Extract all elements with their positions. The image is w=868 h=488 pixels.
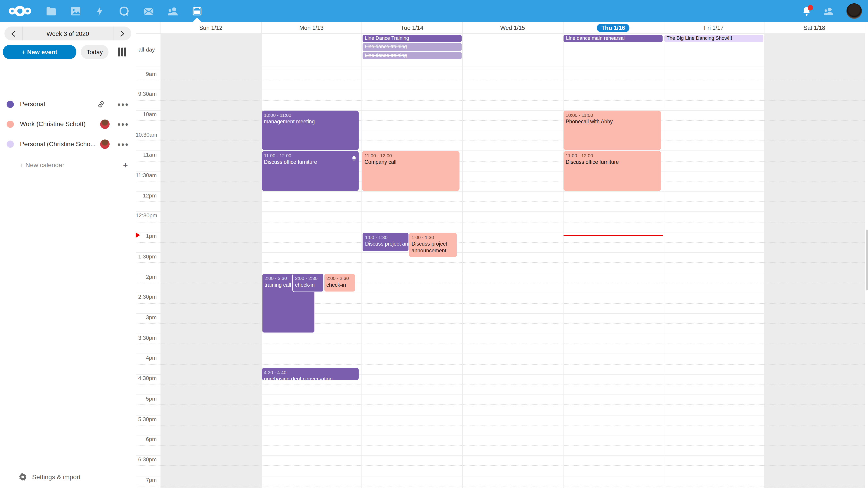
event-time: 4:20 - 4:40 xyxy=(264,369,357,376)
gear-icon xyxy=(19,473,26,481)
grid-hour-line xyxy=(135,232,865,232)
grid-quarter-line xyxy=(135,445,865,446)
day-header[interactable]: Sun 1/12 xyxy=(160,22,261,33)
grid-line xyxy=(135,33,865,34)
event-company-call[interactable]: 11:00 - 12:00Company call xyxy=(362,151,460,191)
talk-app-icon[interactable] xyxy=(113,0,135,22)
event-title: Company call xyxy=(364,159,457,166)
event-title: purchasing dept conversation xyxy=(264,376,357,381)
event-time: 10:00 - 11:00 xyxy=(565,112,658,119)
time-axis-label: 1:30pm xyxy=(135,253,157,259)
allday-event[interactable]: Line Dance Training xyxy=(363,35,462,42)
event-time: 2:00 - 2:30 xyxy=(327,275,352,282)
allday-event[interactable]: Line dance training xyxy=(363,43,462,51)
grid-column-line xyxy=(865,22,865,488)
grid-quarter-line xyxy=(135,161,865,161)
calendar-color-dot xyxy=(6,121,14,128)
day-header[interactable]: Sat 1/18 xyxy=(764,22,865,33)
event-management-meeting[interactable]: 10:00 - 11:00management meeting xyxy=(262,111,359,150)
settings-and-import-button[interactable]: Settings & import xyxy=(0,470,135,484)
today-button[interactable]: Today xyxy=(81,45,108,59)
previous-week-button[interactable] xyxy=(4,27,22,40)
calendar-color-dot xyxy=(6,140,14,148)
grid-quarter-line xyxy=(135,100,865,100)
day-header[interactable]: Mon 1/13 xyxy=(261,22,362,33)
day-header[interactable]: Fri 1/17 xyxy=(663,22,764,33)
contacts-menu-icon[interactable] xyxy=(817,0,839,22)
grid-quarter-line xyxy=(135,120,865,121)
grid-line xyxy=(135,66,865,66)
week-label-button[interactable]: Week 3 of 2020 xyxy=(23,27,113,40)
event-phonecall-with-abby[interactable]: 10:00 - 11:00Phonecall with Abby xyxy=(563,111,661,150)
event-title: check-in xyxy=(327,282,352,288)
new-calendar-label: + New calendar xyxy=(20,162,123,168)
grid-quarter-line xyxy=(135,425,865,425)
grid-hour-line xyxy=(135,212,865,212)
allday-event[interactable]: Line dance main rehearsal xyxy=(564,35,663,42)
time-axis-label: 2:30pm xyxy=(135,294,157,300)
event-time: 11:00 - 12:00 xyxy=(264,153,357,159)
day-header[interactable]: Wed 1/15 xyxy=(462,22,563,33)
calendar-name: Personal xyxy=(20,101,97,107)
user-avatar[interactable] xyxy=(843,0,865,22)
event-check-in[interactable]: 2:00 - 2:30check-in xyxy=(292,273,324,292)
allday-event[interactable]: The Big Line Dancing Show!!! xyxy=(664,35,763,42)
time-axis-label: 3:30pm xyxy=(135,335,157,341)
day-header-today[interactable]: Thu 1/16 xyxy=(563,22,663,33)
grid-quarter-line xyxy=(135,79,865,80)
contacts-app-icon[interactable] xyxy=(162,0,184,22)
calendar-list-item-personal-christine[interactable]: Personal (Christine Scho... ●●● xyxy=(0,134,135,154)
calendar-actions-menu[interactable]: ●●● xyxy=(117,141,129,147)
nextcloud-logo[interactable] xyxy=(6,0,33,22)
time-axis-label: 4pm xyxy=(135,355,157,361)
time-axis-label: 2pm xyxy=(135,273,157,280)
grid-hour-line xyxy=(135,110,865,110)
time-axis-label: 10am xyxy=(135,111,157,117)
next-week-button[interactable] xyxy=(114,27,131,40)
grid-hour-line xyxy=(135,191,865,192)
calendar-actions-menu[interactable]: ●●● xyxy=(117,101,129,107)
day-header[interactable]: Tue 1/14 xyxy=(362,22,462,33)
calendar-color-dot xyxy=(6,100,14,107)
new-calendar-button[interactable]: + New calendar + xyxy=(0,155,135,175)
grid-quarter-line xyxy=(135,201,865,202)
photos-app-icon[interactable] xyxy=(64,0,86,22)
notifications-bell-icon[interactable] xyxy=(796,0,817,22)
screen: Week 3 of 2020 + New event Today Persona… xyxy=(0,0,868,488)
new-event-button[interactable]: + New event xyxy=(3,45,76,59)
vertical-scrollbar[interactable] xyxy=(866,230,868,290)
mail-app-icon[interactable] xyxy=(137,0,159,22)
calendar-actions-menu[interactable]: ●●● xyxy=(117,121,129,127)
event-purchasing-dept-conversation[interactable]: 4:20 - 4:40purchasing dept conversation xyxy=(262,368,359,380)
view-switcher-icon[interactable] xyxy=(118,48,127,57)
event-discuss-office-furniture[interactable]: 11:00 - 12:00Discuss office furniture xyxy=(563,151,661,191)
calendar-list-item-work[interactable]: Work (Christine Schott) ●●● xyxy=(0,114,135,134)
calendar-list-item-personal[interactable]: Personal ●●● xyxy=(0,94,135,114)
active-app-caret xyxy=(193,18,202,22)
sidebar: Week 3 of 2020 + New event Today Persona… xyxy=(0,22,136,488)
allday-event[interactable]: Line dance training xyxy=(363,52,462,59)
calendar-owner-avatar xyxy=(100,119,110,129)
activity-app-icon[interactable] xyxy=(89,0,111,22)
grid-quarter-line xyxy=(135,303,865,303)
event-discuss-office-furniture[interactable]: 11:00 - 12:00Discuss office furniture xyxy=(262,151,359,191)
files-app-icon[interactable] xyxy=(40,0,62,22)
grid-quarter-line xyxy=(135,465,865,466)
grid-quarter-line xyxy=(135,344,865,344)
event-time: 1:00 - 1:30 xyxy=(365,235,406,241)
time-axis-label: 11:30am xyxy=(135,172,157,178)
grid-hour-line xyxy=(135,151,865,151)
grid-quarter-line xyxy=(135,384,865,385)
event-discuss-project-announcement[interactable]: 1:00 - 1:30Discuss project announcement xyxy=(362,232,409,252)
calendar-name: Personal (Christine Scho... xyxy=(20,140,100,147)
event-discuss-project-announcement[interactable]: 1:00 - 1:30Discuss project announcement xyxy=(409,232,457,257)
grid-hour-line xyxy=(135,415,865,415)
grid-quarter-line xyxy=(135,364,865,364)
event-check-in[interactable]: 2:00 - 2:30check-in xyxy=(324,273,355,292)
grid-quarter-line xyxy=(135,323,865,324)
grid-column-line xyxy=(160,22,161,488)
time-axis-label: 4:30pm xyxy=(135,375,157,381)
grid-quarter-line xyxy=(135,486,865,486)
shared-link-icon[interactable] xyxy=(97,100,105,108)
weekend-column-shading xyxy=(764,33,865,488)
